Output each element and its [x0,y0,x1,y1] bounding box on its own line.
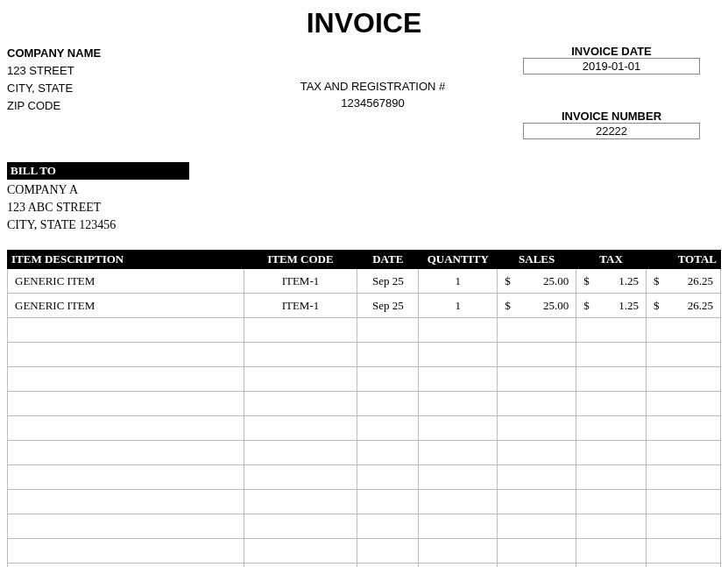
cell-date[interactable]: Sep 25 [357,269,419,294]
cell-empty[interactable] [498,318,576,343]
cell-qty[interactable]: 1 [419,269,498,294]
cell-sales[interactable]: $25.00 [498,294,576,318]
cell-empty[interactable] [647,514,721,539]
cell-empty[interactable] [244,490,357,514]
cell-empty[interactable] [576,490,647,514]
cell-empty[interactable] [419,392,498,416]
cell-empty[interactable] [647,563,721,568]
cell-empty[interactable] [419,343,498,367]
cell-empty[interactable] [647,539,721,563]
cell-empty[interactable] [8,465,244,490]
cell-empty[interactable] [244,416,357,441]
cell-empty[interactable] [576,465,647,490]
cell-empty[interactable] [419,514,498,539]
cell-empty[interactable] [647,441,721,465]
cell-empty[interactable] [244,392,357,416]
cell-empty[interactable] [498,416,576,441]
cell-empty[interactable] [498,514,576,539]
cell-empty[interactable] [419,563,498,568]
cell-tax[interactable]: $1.25 [576,269,647,294]
cell-empty[interactable] [419,465,498,490]
cell-empty[interactable] [647,367,721,392]
table-header-row: ITEM DESCRIPTION ITEM CODE DATE QUANTITY… [8,251,721,269]
cell-code[interactable]: ITEM-1 [244,269,357,294]
table-row [8,318,721,343]
cell-desc[interactable]: GENERIC ITEM [8,269,244,294]
cell-empty[interactable] [357,465,419,490]
cell-empty[interactable] [647,392,721,416]
cell-empty[interactable] [244,318,357,343]
cell-empty[interactable] [419,318,498,343]
col-code: ITEM CODE [244,251,357,269]
cell-empty[interactable] [357,490,419,514]
cell-empty[interactable] [8,367,244,392]
cell-empty[interactable] [419,539,498,563]
cell-empty[interactable] [576,416,647,441]
cell-empty[interactable] [8,318,244,343]
cell-empty[interactable] [647,343,721,367]
cell-empty[interactable] [576,343,647,367]
cell-empty[interactable] [576,539,647,563]
cell-code[interactable]: ITEM-1 [244,294,357,318]
cell-total[interactable]: $26.25 [647,294,721,318]
cell-empty[interactable] [357,367,419,392]
cell-empty[interactable] [357,343,419,367]
cell-empty[interactable] [647,318,721,343]
cell-empty[interactable] [498,367,576,392]
cell-empty[interactable] [576,367,647,392]
cell-date[interactable]: Sep 25 [357,294,419,318]
cell-empty[interactable] [8,416,244,441]
cell-empty[interactable] [357,416,419,441]
cell-empty[interactable] [357,539,419,563]
cell-empty[interactable] [244,367,357,392]
cell-empty[interactable] [8,563,244,568]
cell-total[interactable]: $26.25 [647,269,721,294]
cell-empty[interactable] [8,343,244,367]
col-qty: QUANTITY [419,251,498,269]
cell-empty[interactable] [419,367,498,392]
table-row [8,367,721,392]
cell-empty[interactable] [498,343,576,367]
cell-empty[interactable] [357,392,419,416]
invoice-date-value[interactable]: 2019-01-01 [523,58,700,74]
cell-empty[interactable] [498,539,576,563]
cell-empty[interactable] [357,441,419,465]
cell-empty[interactable] [8,490,244,514]
cell-empty[interactable] [498,563,576,568]
invoice-number-value[interactable]: 22222 [523,123,700,139]
cell-empty[interactable] [8,392,244,416]
cell-empty[interactable] [498,465,576,490]
cell-empty[interactable] [419,416,498,441]
cell-empty[interactable] [244,514,357,539]
cell-empty[interactable] [647,490,721,514]
cell-empty[interactable] [244,465,357,490]
cell-empty[interactable] [647,416,721,441]
cell-empty[interactable] [244,563,357,568]
cell-empty[interactable] [244,441,357,465]
cell-empty[interactable] [576,563,647,568]
cell-empty[interactable] [357,514,419,539]
col-tax: TAX [576,251,647,269]
cell-qty[interactable]: 1 [419,294,498,318]
cell-tax[interactable]: $1.25 [576,294,647,318]
cell-empty[interactable] [8,514,244,539]
cell-empty[interactable] [8,441,244,465]
cell-empty[interactable] [419,441,498,465]
cell-empty[interactable] [498,441,576,465]
cell-empty[interactable] [576,441,647,465]
cell-empty[interactable] [244,343,357,367]
cell-empty[interactable] [576,318,647,343]
page-title: INVOICE [7,7,721,39]
cell-sales[interactable]: $25.00 [498,269,576,294]
cell-empty[interactable] [576,514,647,539]
cell-empty[interactable] [419,490,498,514]
cell-empty[interactable] [244,539,357,563]
cell-desc[interactable]: GENERIC ITEM [8,294,244,318]
cell-empty[interactable] [498,490,576,514]
cell-empty[interactable] [357,563,419,568]
cell-empty[interactable] [647,465,721,490]
cell-empty[interactable] [357,318,419,343]
cell-empty[interactable] [498,392,576,416]
cell-empty[interactable] [8,539,244,563]
cell-empty[interactable] [576,392,647,416]
